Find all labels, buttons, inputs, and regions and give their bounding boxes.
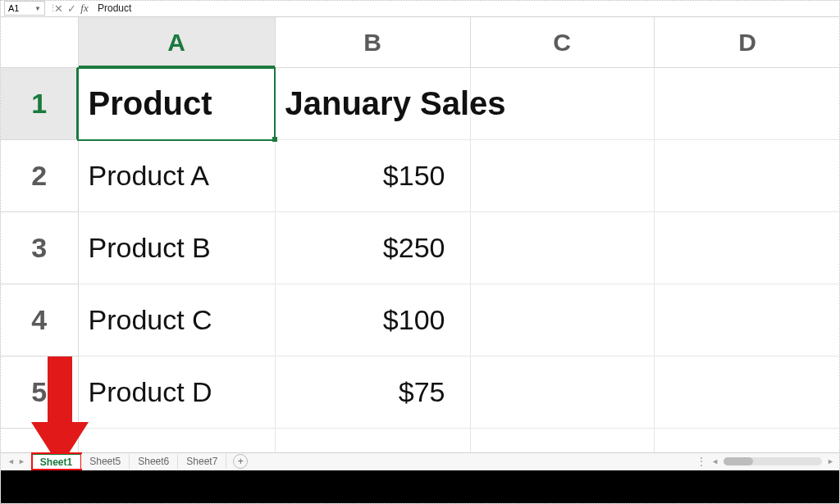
cell-A1[interactable]: Product	[78, 68, 275, 140]
cell-D1[interactable]	[654, 68, 839, 140]
new-sheet-button[interactable]: +	[233, 454, 248, 469]
row-header-2[interactable]: 2	[1, 140, 78, 212]
sheet-tab-3[interactable]: Sheet7	[178, 454, 226, 469]
column-header-A[interactable]: A	[78, 17, 275, 68]
cell-A4[interactable]: Product C	[78, 284, 275, 356]
fx-icon[interactable]: fx	[78, 2, 91, 15]
scroll-left-icon[interactable]: ◄	[711, 457, 719, 465]
row-header-4[interactable]: 4	[1, 284, 78, 356]
sheet-tab-1[interactable]: Sheet5	[81, 454, 130, 469]
cell-A5[interactable]: Product D	[78, 356, 275, 429]
scrollbar-thumb[interactable]	[724, 457, 753, 465]
cell-C5[interactable]	[470, 356, 654, 429]
row-header-6[interactable]: 6	[1, 429, 78, 452]
row-header-5[interactable]: 5	[1, 356, 78, 429]
horizontal-scrollbar[interactable]	[724, 457, 822, 465]
cell-B3[interactable]: $250	[275, 212, 470, 284]
cell-D6[interactable]	[654, 429, 839, 452]
cell-C3[interactable]	[470, 212, 654, 284]
separator: ⋮	[45, 3, 52, 14]
spreadsheet-grid: A B C D 1 Product January Sales 2 Produc…	[1, 17, 839, 452]
plus-icon: +	[238, 456, 244, 467]
name-box[interactable]: A1 ▼	[4, 1, 45, 16]
cell-C2[interactable]	[470, 140, 654, 212]
column-header-D[interactable]: D	[654, 17, 839, 68]
cell-B1[interactable]: January Sales	[275, 68, 470, 140]
formula-input[interactable]: Product	[91, 2, 131, 14]
cell-D4[interactable]	[654, 284, 839, 356]
cell-C4[interactable]	[470, 284, 654, 356]
sheet-nav: ◄ ►	[1, 457, 32, 465]
chevron-down-icon[interactable]: ▼	[34, 5, 41, 12]
cell-B2[interactable]: $150	[275, 140, 470, 212]
scroll-right-icon[interactable]: ►	[827, 457, 834, 465]
cell-A2[interactable]: Product A	[78, 140, 275, 212]
cell-B4[interactable]: $100	[275, 284, 470, 356]
cell-A6[interactable]: Product E	[78, 429, 275, 452]
sheet-tab-2[interactable]: Sheet6	[130, 454, 178, 469]
cell-A3[interactable]: Product B	[78, 212, 275, 284]
sheet-tab-0[interactable]: Sheet1	[32, 453, 81, 470]
cell-D2[interactable]	[654, 140, 839, 212]
cell-D5[interactable]	[654, 356, 839, 429]
sheet-nav-prev-icon[interactable]: ◄	[6, 457, 16, 465]
select-all-corner[interactable]	[1, 17, 78, 68]
column-header-B[interactable]: B	[275, 17, 470, 68]
cell-C6[interactable]	[470, 429, 654, 452]
cell-B5[interactable]: $75	[275, 356, 470, 429]
confirm-icon[interactable]: ✓	[65, 2, 78, 15]
column-header-C[interactable]: C	[470, 17, 654, 68]
cancel-icon[interactable]: ✕	[52, 2, 65, 15]
bottom-blank-region	[1, 470, 839, 503]
formula-bar: A1 ▼ ⋮ ✕ ✓ fx Product	[1, 1, 839, 17]
tab-bar-menu-icon[interactable]: ⋮	[696, 456, 706, 467]
cells-table: A B C D 1 Product January Sales 2 Produc…	[1, 17, 839, 452]
cell-B6[interactable]: $200	[275, 429, 470, 452]
sheet-tab-bar: ◄ ► Sheet1 Sheet5 Sheet6 Sheet7 + ⋮ ◄ ►	[1, 452, 839, 470]
cell-D3[interactable]	[654, 212, 839, 284]
name-box-value: A1	[8, 3, 19, 13]
row-header-3[interactable]: 3	[1, 212, 78, 284]
row-header-1[interactable]: 1	[1, 68, 78, 140]
sheet-nav-next-icon[interactable]: ►	[16, 457, 27, 465]
